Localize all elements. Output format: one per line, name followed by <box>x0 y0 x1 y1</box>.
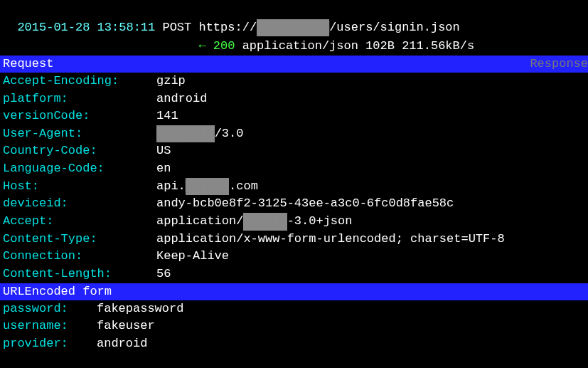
tab-request[interactable]: Request <box>3 56 53 73</box>
header-key: Connection: <box>3 248 156 266</box>
redacted-text: ██████ <box>243 213 287 231</box>
header-value: en <box>156 160 171 178</box>
response-size: 102B <box>365 39 395 53</box>
header-row: Host:api.██████.com <box>0 178 588 196</box>
header-row: deviceid:andy-bcb0e8f2-3125-43ee-a3c0-6f… <box>0 195 588 213</box>
arrow-left-icon: ← <box>198 39 205 53</box>
redacted-text: ████████ <box>156 125 215 143</box>
url-prefix: https:// <box>198 21 257 34</box>
header-row: password:fakepassword <box>0 300 588 318</box>
response-speed: 211.56kB/s <box>402 39 474 53</box>
header-value: gzip <box>156 73 186 90</box>
header-row: Language-Code:en <box>0 160 588 178</box>
timestamp: 2015-01-28 13:58:11 <box>17 21 155 34</box>
header-value: ████████/3.0 <box>156 125 243 143</box>
header-row: Content-Length:56 <box>0 266 588 283</box>
url-redacted-host: ██████████ <box>257 19 329 37</box>
header-row: Accept-Encoding:gzip <box>0 73 588 90</box>
section-header-form: URLEncoded form <box>0 283 588 300</box>
header-key: deviceid: <box>3 195 156 213</box>
header-key: User-Agent: <box>3 125 156 143</box>
header-key: Content-Length: <box>3 266 156 283</box>
header-value: api.██████.com <box>156 178 258 196</box>
header-value: application/x-www-form-urlencoded; chars… <box>156 231 505 248</box>
header-key: password: <box>3 300 97 318</box>
tab-bar-request-response: Request Response <box>0 56 588 73</box>
header-key: versionCode: <box>3 107 156 125</box>
header-row: Country-Code:US <box>0 142 588 160</box>
header-row: Connection:Keep-Alive <box>0 248 588 266</box>
header-key: Content-Type: <box>3 231 156 248</box>
request-summary-line: 2015-01-28 13:58:11 POST https://███████… <box>0 0 588 36</box>
header-key: username: <box>3 317 97 335</box>
header-value: US <box>156 142 171 160</box>
header-key: Language-Code: <box>3 160 156 178</box>
section-title-urlencoded-form: URLEncoded form <box>3 283 112 300</box>
header-value: fakepassword <box>97 300 183 318</box>
header-row: versionCode:141 <box>0 107 588 125</box>
form-data: password:fakepasswordusername:fakeuserpr… <box>0 300 588 353</box>
header-value: android <box>97 335 147 353</box>
tab-response[interactable]: Response <box>530 56 588 73</box>
url-path: /users/signin.json <box>329 21 460 34</box>
header-key: platform: <box>3 90 156 108</box>
request-headers: Accept-Encoding:gzipplatform:androidvers… <box>0 73 588 283</box>
header-value: fakeuser <box>97 317 155 335</box>
header-value: 141 <box>156 107 178 125</box>
header-row: username:fakeuser <box>0 317 588 335</box>
header-row: platform:android <box>0 90 588 108</box>
response-content-type: application/json <box>242 39 358 53</box>
header-value: 56 <box>156 266 171 283</box>
header-key: provider: <box>3 335 97 353</box>
header-key: Accept-Encoding: <box>3 73 156 90</box>
header-key: Accept: <box>3 213 156 231</box>
header-value: Keep-Alive <box>156 248 229 266</box>
header-row: provider:android <box>0 335 588 353</box>
http-method: POST <box>162 21 191 34</box>
header-key: Country-Code: <box>3 142 156 160</box>
response-summary-line: ← 200 application/json 102B 211.56kB/s <box>0 36 588 56</box>
redacted-text: ██████ <box>186 178 229 196</box>
http-status: 200 <box>213 39 235 53</box>
header-key: Host: <box>3 178 156 196</box>
header-row: Content-Type:application/x-www-form-urle… <box>0 231 588 248</box>
header-row: Accept:application/██████-3.0+json <box>0 213 588 231</box>
header-value: android <box>156 90 207 108</box>
header-row: User-Agent:████████/3.0 <box>0 125 588 143</box>
header-value: andy-bcb0e8f2-3125-43ee-a3c0-6fc0d8fae58… <box>156 195 454 213</box>
header-value: application/██████-3.0+json <box>156 213 352 231</box>
